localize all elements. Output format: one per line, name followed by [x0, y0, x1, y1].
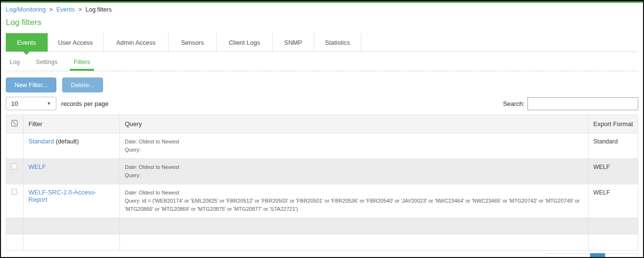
- filter-cell: WELF: [24, 159, 120, 184]
- filter-cell: [24, 234, 120, 251]
- subtab-log[interactable]: Log: [6, 59, 24, 69]
- search-label: Search:: [503, 100, 525, 107]
- export-format-cell: Standard: [588, 133, 638, 159]
- tab-label: Client Logs: [229, 39, 260, 46]
- query-cell: Date: Oldest to Newest Query:: [120, 159, 589, 184]
- export-format-cell: [588, 218, 638, 234]
- table-row-welf: WELF Date: Oldest to Newest Query: WELF: [6, 159, 638, 184]
- filter-cell: [24, 218, 120, 234]
- page-title: Log filters: [6, 18, 638, 27]
- query-line-2: Query:: [125, 171, 583, 180]
- checkbox-cell: [6, 218, 24, 234]
- checkbox-cell: [6, 159, 24, 184]
- delete-button[interactable]: Delete...: [62, 77, 103, 92]
- breadcrumb-current: Log filters: [85, 6, 111, 13]
- subtab-filters[interactable]: Filters: [70, 59, 94, 71]
- records-per-page-select[interactable]: 10 ▼: [6, 97, 56, 110]
- tab-snmp[interactable]: SNMP: [273, 33, 314, 52]
- table-row-welf-src: WELF-SRC-2.0-Access-Report Date: Oldest …: [6, 184, 638, 218]
- next-page-button[interactable]: Next →: [605, 253, 638, 258]
- column-header-export-format: Export Format: [588, 115, 638, 133]
- active-tab-pointer-icon: [23, 52, 30, 55]
- page-number-1[interactable]: 1: [590, 253, 605, 258]
- tab-statistics[interactable]: Statistics: [314, 33, 361, 52]
- app-window: Log/Monitoring > Events > Log filters Lo…: [0, 0, 644, 258]
- tab-user-access[interactable]: User Access: [48, 33, 104, 52]
- tab-admin-access[interactable]: Admin Access: [104, 33, 169, 52]
- tab-label: Admin Access: [116, 39, 156, 46]
- select-all-header-cell[interactable]: [6, 115, 24, 133]
- breadcrumb-link-log-monitoring[interactable]: Log/Monitoring: [6, 6, 46, 13]
- filter-link-standard[interactable]: Standard: [28, 138, 54, 145]
- tab-client-logs[interactable]: Client Logs: [217, 33, 273, 52]
- export-format-value: WELF: [593, 189, 610, 196]
- query-line-1: Date: Oldest to Newest: [125, 189, 583, 197]
- filter-default-suffix: (default): [56, 138, 79, 145]
- log-filters-table: Filter Query Export Format Standard(defa…: [6, 115, 638, 251]
- query-line-1: Date: Oldest to Newest: [125, 163, 583, 171]
- checkbox-cell: [6, 133, 24, 159]
- column-header-filter: Filter: [24, 115, 120, 133]
- export-format-cell: WELF: [588, 184, 638, 218]
- row-checkbox[interactable]: [11, 189, 17, 195]
- previous-page-button[interactable]: ← Previous: [546, 253, 591, 258]
- table-header-row: Filter Query Export Format: [6, 115, 638, 133]
- export-format-value: WELF: [593, 164, 610, 170]
- toolbar: New Filter... Delete...: [6, 77, 638, 92]
- records-per-page-label: records per page: [61, 100, 108, 107]
- search-input[interactable]: [527, 97, 638, 110]
- filter-link-welf-src[interactable]: WELF-SRC-2.0-Access-Report: [28, 189, 96, 203]
- breadcrumb-link-events[interactable]: Events: [56, 6, 75, 13]
- subtab-bar: Log Settings Filters: [6, 59, 638, 71]
- new-filter-button[interactable]: New Filter...: [6, 77, 56, 92]
- filter-cell: WELF-SRC-2.0-Access-Report: [24, 184, 120, 218]
- query-line-2: Query: id = ('WEB20174' or 'EML20825' or…: [125, 197, 583, 213]
- query-cell: [120, 218, 589, 234]
- dashed-divider: [6, 71, 638, 71]
- chevron-down-icon: ▼: [47, 101, 51, 106]
- table-row-empty: [6, 234, 638, 251]
- export-format-cell: WELF: [588, 159, 638, 184]
- query-line-2: Query:: [125, 146, 583, 154]
- pagination: ← Previous 1 Next →: [6, 253, 638, 258]
- export-format-value: Standard: [593, 138, 618, 145]
- tab-sensors[interactable]: Sensors: [169, 33, 217, 52]
- breadcrumb-separator: >: [79, 6, 82, 13]
- query-cell: Date: Oldest to Newest Query:: [120, 133, 589, 159]
- filter-cell: Standard(default): [24, 133, 120, 159]
- top-accent-line: [1, 1, 643, 3]
- tab-label: Sensors: [181, 39, 204, 46]
- filter-link-welf[interactable]: WELF: [28, 163, 46, 170]
- tab-label: Statistics: [325, 39, 350, 46]
- table-row-empty: [6, 218, 638, 234]
- query-cell: Date: Oldest to Newest Query: id = ('WEB…: [120, 184, 589, 218]
- tab-bar: Events User Access Admin Access Sensors …: [6, 33, 638, 52]
- tab-label: User Access: [58, 39, 92, 46]
- select-all-icon[interactable]: [11, 120, 18, 127]
- tab-label: Events: [17, 39, 36, 46]
- checkbox-cell: [6, 184, 24, 218]
- search-area: Search:: [503, 97, 638, 110]
- row-checkbox[interactable]: [11, 163, 17, 169]
- subtab-settings[interactable]: Settings: [32, 59, 61, 69]
- query-cell: [120, 234, 589, 251]
- export-format-cell: [588, 234, 638, 251]
- list-controls: 10 ▼ records per page Search:: [6, 97, 638, 110]
- breadcrumb-separator: >: [49, 6, 53, 13]
- records-per-page-value: 10: [11, 100, 18, 107]
- query-line-1: Date: Oldest to Newest: [125, 138, 583, 146]
- table-row-standard: Standard(default) Date: Oldest to Newest…: [6, 133, 638, 159]
- breadcrumb: Log/Monitoring > Events > Log filters: [6, 6, 638, 13]
- column-header-query: Query: [120, 115, 589, 133]
- tab-events[interactable]: Events: [6, 33, 48, 52]
- tab-label: SNMP: [284, 39, 302, 46]
- checkbox-cell: [6, 234, 24, 251]
